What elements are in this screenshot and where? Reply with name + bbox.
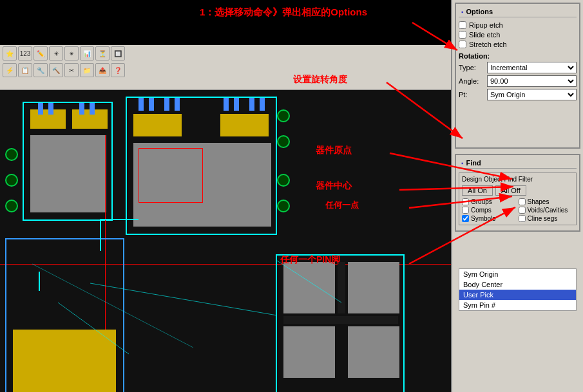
lead-2: [48, 103, 53, 115]
cline-checkbox[interactable]: [519, 215, 526, 222]
toolbar-btn-1[interactable]: ⭐: [3, 46, 17, 61]
slide-checkbox[interactable]: [459, 31, 466, 39]
pad-c2-1: [133, 114, 182, 136]
groups-label: Groups: [471, 198, 492, 205]
toolbar-btn-3[interactable]: ✏️: [33, 46, 48, 61]
via-4: [277, 109, 290, 122]
comps-row: Comps: [462, 207, 517, 214]
origin-select[interactable]: Sym Origin: [487, 89, 577, 100]
toolbar-btn-r2-7[interactable]: 📤: [95, 63, 110, 77]
options-panel: ▪ Options Ripup etch Slide etch Stretch …: [455, 3, 580, 149]
lead-c2-2: [149, 98, 154, 111]
ripup-label: Ripup etch: [469, 21, 503, 29]
pcb-board[interactable]: ⭐ 123 ✏️ ☀ ✴ 📊 ⏳ 🔲 ⚡ 📋 🔧 🔨 ✂ 📁 📤 ❓: [0, 45, 451, 392]
via-5: [277, 135, 290, 148]
origin-annotation: 器件原点: [316, 145, 352, 156]
voids-row: Voids/Cavities: [519, 207, 574, 214]
stretch-checkbox[interactable]: [459, 41, 466, 48]
comps-checkbox[interactable]: [462, 207, 469, 214]
red-outline: [139, 148, 203, 203]
toolbar-btn-r2-5[interactable]: ✂: [64, 63, 79, 77]
rotation-annotation: 设置旋转角度: [293, 74, 347, 86]
toolbar[interactable]: ⭐ 123 ✏️ ☀ ✴ 📊 ⏳ 🔲 ⚡ 📋 🔧 🔨 ✂ 📁 📤 ❓: [0, 45, 451, 90]
lead-c2-5: [224, 98, 229, 111]
find-panel: ▪ Find Design Object Find Filter All On …: [455, 154, 580, 232]
symbols-checkbox[interactable]: [462, 215, 469, 222]
find-all-on-btn[interactable]: All On: [462, 185, 493, 196]
route-c3: [39, 272, 40, 291]
toolbar-btn-r2-2[interactable]: 📋: [18, 63, 32, 77]
voids-label: Voids/Cavities: [528, 207, 568, 214]
toolbar-row-2: ⚡ 📋 🔧 🔨 ✂ 📁 📤 ❓: [0, 62, 451, 79]
find-icon: ▪: [461, 160, 464, 167]
gray-c2-body: [133, 143, 271, 227]
toolbar-btn-5[interactable]: ✴: [64, 46, 79, 61]
lead-c2-8: [260, 98, 265, 111]
ripup-checkbox[interactable]: [459, 21, 466, 29]
find-filter-title: Design Object Find Filter: [462, 176, 573, 183]
find-grid: Groups Shapes Comps Voids/Cavities Symbo…: [462, 198, 573, 222]
toolbar-btn-r2-1[interactable]: ⚡: [3, 63, 17, 77]
origin-dropdown[interactable]: Sym Origin Body Center User Pick Sym Pin…: [459, 268, 577, 311]
lead-c2-4: [175, 98, 180, 111]
toolbar-btn-4[interactable]: ☀: [49, 46, 63, 61]
type-select[interactable]: Incremental Absolute: [487, 62, 577, 73]
pcb-canvas-area[interactable]: pcballegro 小北PCB设计: [0, 90, 451, 392]
toolbar-row-1: ⭐ 123 ✏️ ☀ ✴ 📊 ⏳ 🔲: [0, 45, 451, 62]
right-panel: ▪ Options Ripup etch Slide etch Stretch …: [451, 0, 583, 392]
toolbar-btn-r2-3[interactable]: 🔧: [33, 63, 48, 77]
dropdown-user-pick[interactable]: User Pick: [459, 290, 576, 300]
cline-row: Cline segs: [519, 215, 574, 222]
find-title-text: Find: [466, 159, 481, 167]
pad-c2-2: [220, 114, 269, 136]
lead-c2-3: [164, 98, 169, 111]
dropdown-sym-origin[interactable]: Sym Origin: [459, 269, 576, 279]
toolbar-btn-r2-8[interactable]: ❓: [111, 63, 125, 77]
find-title: ▪ Find: [459, 158, 577, 169]
lead-3: [79, 103, 84, 115]
toolbar-btn-2[interactable]: 123: [18, 46, 32, 61]
gap-1: [338, 262, 345, 313]
pad-c4-1: [283, 262, 335, 313]
toolbar-btn-6[interactable]: 📊: [80, 46, 94, 61]
origin-label-text: Pt:: [459, 91, 484, 98]
origin-row: Pt: Sym Origin: [459, 89, 577, 100]
component-4: [276, 254, 405, 392]
toolbar-btn-r2-6[interactable]: 📁: [80, 63, 94, 77]
lead-4: [90, 103, 95, 115]
lead-c2-1: [139, 98, 144, 111]
groups-checkbox[interactable]: [462, 198, 469, 205]
pad-c3-1: [13, 330, 116, 392]
via-7: [277, 200, 290, 212]
dropdown-body-center[interactable]: Body Center: [459, 279, 576, 290]
center-annotation: 器件中心: [316, 180, 352, 192]
angle-label-text: Angle:: [459, 77, 484, 85]
trace-2: [100, 219, 139, 220]
toolbar-btn-8[interactable]: 🔲: [111, 46, 125, 61]
slide-label: Slide etch: [469, 31, 500, 39]
angle-select[interactable]: 90.00 45.00 180.00 0.00: [487, 75, 577, 87]
toolbar-btn-7[interactable]: ⏳: [95, 46, 110, 61]
voids-checkbox[interactable]: [519, 207, 526, 214]
comps-label: Comps: [471, 207, 492, 214]
main-annotation: 1：选择移动命令》弹出相应的Options: [200, 6, 367, 19]
pin-annotation: 任何一个PIN脚: [280, 254, 340, 266]
lead-c2-7: [249, 98, 254, 111]
find-all-off-btn[interactable]: All Off: [495, 185, 526, 196]
lead-c2-6: [234, 98, 239, 111]
component-1: [23, 102, 113, 221]
type-row: Type: Incremental Absolute: [459, 62, 577, 73]
pad-c4-4: [348, 326, 399, 378]
component-2: [126, 97, 277, 235]
dropdown-sym-pin[interactable]: Sym Pin #: [459, 300, 576, 310]
trace-1: [100, 219, 101, 251]
gray-body: [30, 135, 106, 212]
via-2: [5, 174, 18, 187]
type-label-text: Type:: [459, 64, 484, 71]
find-btn-row: All On All Off: [462, 185, 573, 196]
toolbar-btn-r2-4[interactable]: 🔨: [49, 63, 63, 77]
gap-2: [283, 316, 398, 324]
component-3: [5, 238, 124, 392]
symbols-label: Symbols: [471, 215, 495, 222]
shapes-checkbox[interactable]: [519, 198, 526, 205]
